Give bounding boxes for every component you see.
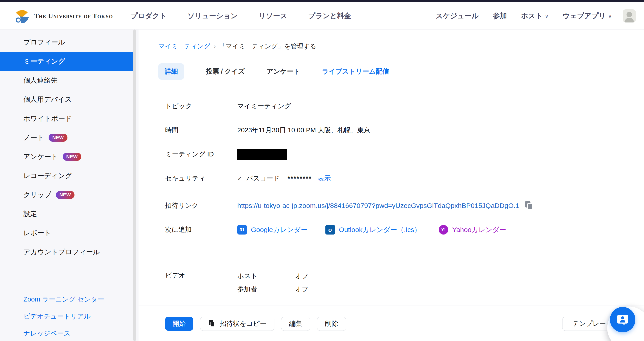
chevron-down-icon: ∨ <box>608 14 612 19</box>
sidebar-item-personal-contacts[interactable]: 個人連絡先 <box>0 71 138 90</box>
meeting-id-label: ミーティング ID <box>165 150 237 159</box>
utokyo-ginkgo-icon <box>13 7 30 24</box>
chevron-down-icon: ∨ <box>545 14 548 19</box>
security-row: セキュリティ ✓ パスコード ******** 表示 <box>165 172 644 185</box>
yahoo-calendar-icon: Y! <box>439 225 448 234</box>
copy-icon <box>209 320 216 328</box>
security-label: セキュリティ <box>165 174 237 183</box>
sidebar: プロフィール ミーティング 個人連絡先 個人用デバイス ホワイトボード ノートN… <box>0 30 138 341</box>
sidebar-link-video-tutorials[interactable]: ビデオチュートリアル <box>0 308 138 325</box>
sidebar-item-notes[interactable]: ノートNEW <box>0 128 138 147</box>
invite-link-label: 招待リンク <box>165 201 237 210</box>
nav-schedule[interactable]: スケジュール <box>436 11 479 21</box>
video-participant-key: 参加者 <box>237 285 295 294</box>
time-value: 2023年11月30日 10:00 PM 大阪、札幌、東京 <box>237 126 370 135</box>
sidebar-scrollbar[interactable] <box>133 30 136 341</box>
sidebar-menu: プロフィール ミーティング 個人連絡先 個人用デバイス ホワイトボード ノートN… <box>0 33 138 262</box>
breadcrumb-my-meetings-link[interactable]: マイミーティング <box>158 42 210 51</box>
sidebar-divider <box>24 279 50 279</box>
sidebar-item-profile[interactable]: プロフィール <box>0 33 138 52</box>
topic-row: トピック マイミーティング <box>165 100 644 113</box>
tab-details[interactable]: 詳細 <box>158 63 184 80</box>
new-badge: NEW <box>63 153 82 161</box>
time-label: 時間 <box>165 126 237 135</box>
sidebar-item-surveys[interactable]: アンケートNEW <box>0 147 138 166</box>
breadcrumb-separator-icon: › <box>214 43 216 50</box>
header-right-nav: スケジュール 参加 ホスト ∨ ウェブアプリ ∨ <box>436 11 612 21</box>
nav-webapp[interactable]: ウェブアプリ ∨ <box>563 11 612 21</box>
user-avatar[interactable] <box>623 9 636 22</box>
google-calendar-link[interactable]: 31 Googleカレンダー <box>237 225 308 234</box>
invite-link-url[interactable]: https://u-tokyo-ac-jp.zoom.us/j/88416670… <box>237 202 519 210</box>
copy-invitation-button[interactable]: 招待状をコピー <box>200 317 274 331</box>
contact-bubble-icon <box>616 312 629 327</box>
sidebar-item-settings[interactable]: 設定 <box>0 204 138 224</box>
meeting-tabs: 詳細 投票 / クイズ アンケート ライブストリーム配信 <box>158 63 644 80</box>
sidebar-footer-links: Zoom ラーニング センター ビデオチュートリアル ナレッジベース <box>0 291 138 341</box>
edit-button[interactable]: 編集 <box>281 317 310 331</box>
video-row: ビデオ ホスト オフ 参加者 オフ <box>165 271 644 294</box>
meeting-id-redaction <box>237 149 287 160</box>
main-content: マイミーティング › 「マイミーティング」を管理する 詳細 投票 / クイズ ア… <box>138 30 644 341</box>
video-host-value: オフ <box>295 272 308 280</box>
passcode-mask: ******** <box>288 175 312 182</box>
video-label: ビデオ <box>165 271 237 294</box>
topic-value: マイミーティング <box>237 102 291 111</box>
nav-host[interactable]: ホスト ∨ <box>521 11 548 21</box>
footer-divider <box>138 306 644 306</box>
breadcrumb-current: 「マイミーティング」を管理する <box>219 42 316 51</box>
breadcrumb: マイミーティング › 「マイミーティング」を管理する <box>158 42 644 51</box>
section-divider <box>237 255 550 255</box>
meeting-details: トピック マイミーティング 時間 2023年11月30日 10:00 PM 大阪… <box>165 100 644 236</box>
sidebar-item-account-profile[interactable]: アカウントプロフィール <box>0 242 138 262</box>
sidebar-item-personal-devices[interactable]: 個人用デバイス <box>0 90 138 109</box>
google-calendar-icon: 31 <box>237 225 247 234</box>
tab-surveys[interactable]: アンケート <box>266 63 300 80</box>
yahoo-calendar-link[interactable]: Y! Yahooカレンダー <box>439 225 506 234</box>
main-nav: プロダクト ソリューション リソース プランと料金 <box>130 11 351 21</box>
add-to-calendar-row: 次に追加 31 Googleカレンダー o Outlookカレンダー（.ics）… <box>165 223 644 236</box>
sidebar-item-clips[interactable]: クリップNEW <box>0 185 138 204</box>
utokyo-logo[interactable]: The University of Tokyo <box>13 7 113 24</box>
start-button[interactable]: 開始 <box>165 317 193 331</box>
outlook-calendar-icon: o <box>326 225 335 234</box>
sidebar-link-learning-center[interactable]: Zoom ラーニング センター <box>0 291 138 308</box>
sidebar-item-meetings[interactable]: ミーティング <box>0 52 133 71</box>
video-host-key: ホスト <box>237 272 295 280</box>
window-top-strip <box>0 0 644 2</box>
nav-plans-pricing[interactable]: プランと料金 <box>308 11 351 21</box>
passcode-label: パスコード <box>246 174 280 183</box>
show-passcode-link[interactable]: 表示 <box>318 174 331 183</box>
tab-live-streaming[interactable]: ライブストリーム配信 <box>322 63 389 80</box>
header: The University of Tokyo プロダクト ソリューション リソ… <box>0 2 644 30</box>
nav-solutions[interactable]: ソリューション <box>188 11 238 21</box>
video-participant-value: オフ <box>295 285 308 294</box>
nav-resources[interactable]: リソース <box>259 11 287 21</box>
copy-invite-link-icon[interactable] <box>525 201 533 210</box>
check-icon: ✓ <box>237 175 242 182</box>
video-participant-row: 参加者 オフ <box>237 284 308 294</box>
sidebar-item-recordings[interactable]: レコーディング <box>0 166 138 185</box>
sidebar-link-knowledge-base[interactable]: ナレッジベース <box>0 325 138 341</box>
nav-products[interactable]: プロダクト <box>130 11 167 21</box>
sidebar-item-whiteboard[interactable]: ホワイトボード <box>0 109 138 128</box>
topic-label: トピック <box>165 102 237 111</box>
avatar-person-icon <box>626 12 632 17</box>
invite-link-row: 招待リンク https://u-tokyo-ac-jp.zoom.us/j/88… <box>165 199 644 212</box>
sidebar-item-reports[interactable]: レポート <box>0 224 138 242</box>
delete-button[interactable]: 削除 <box>317 317 346 331</box>
meeting-id-row: ミーティング ID <box>165 148 644 161</box>
outlook-calendar-link[interactable]: o Outlookカレンダー（.ics） <box>326 225 421 234</box>
new-badge: NEW <box>48 134 68 142</box>
add-to-label: 次に追加 <box>165 225 237 234</box>
time-row: 時間 2023年11月30日 10:00 PM 大阪、札幌、東京 <box>165 124 644 137</box>
tab-polls-quizzes[interactable]: 投票 / クイズ <box>206 63 245 80</box>
new-badge: NEW <box>56 191 75 199</box>
video-host-row: ホスト オフ <box>237 271 308 281</box>
chat-fab[interactable] <box>610 307 635 332</box>
utokyo-logo-text: The University of Tokyo <box>34 12 113 20</box>
nav-join[interactable]: 参加 <box>493 11 507 21</box>
action-bar: 開始 招待状をコピー 編集 削除 テンプレートとして保存 <box>165 317 644 331</box>
